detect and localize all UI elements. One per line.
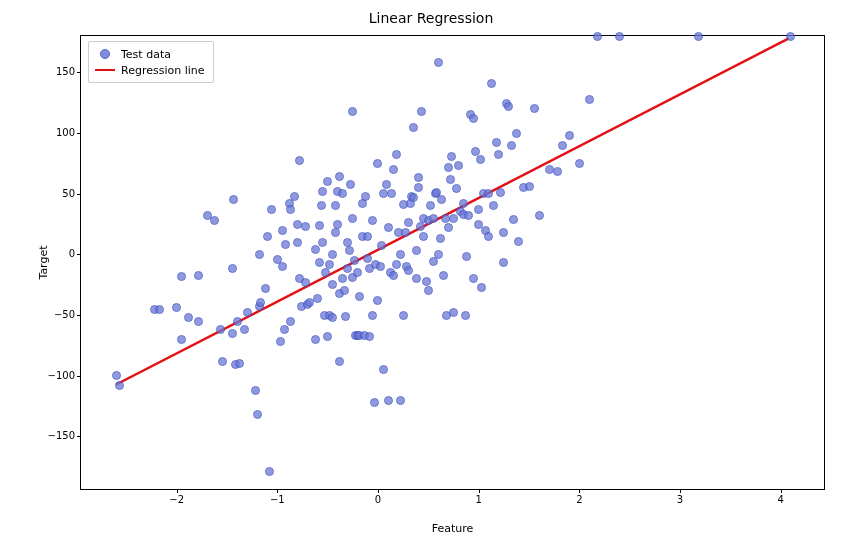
data-point (484, 189, 493, 198)
data-point (392, 260, 401, 269)
data-point (331, 201, 340, 210)
data-point (439, 271, 448, 280)
data-point (365, 332, 374, 341)
data-point (452, 184, 461, 193)
data-point (414, 183, 423, 192)
y-tick-label: 150 (56, 67, 75, 77)
data-point (575, 159, 584, 168)
data-point (504, 102, 513, 111)
data-point (243, 308, 252, 317)
data-point (331, 228, 340, 237)
y-tick-label: −150 (48, 431, 75, 441)
data-point (295, 156, 304, 165)
y-tick-label: 100 (56, 128, 75, 138)
data-point (514, 237, 523, 246)
data-point (265, 467, 274, 476)
data-point (345, 246, 354, 255)
data-point (338, 189, 347, 198)
data-point (474, 205, 483, 214)
data-point (593, 32, 602, 41)
legend: Test data Regression line (88, 41, 214, 83)
chart-title: Linear Regression (0, 10, 862, 26)
data-point (240, 325, 249, 334)
data-point (377, 241, 386, 250)
data-point (286, 205, 295, 214)
plot-area: Test data Regression line −2−101234−150−… (80, 35, 825, 490)
data-point (281, 240, 290, 249)
data-point (376, 262, 385, 271)
data-point (321, 268, 330, 277)
data-point (280, 325, 289, 334)
data-point (476, 155, 485, 164)
data-point (341, 312, 350, 321)
data-point (368, 216, 377, 225)
data-point (325, 260, 334, 269)
data-point (496, 188, 505, 197)
data-point (251, 386, 260, 395)
data-point (499, 258, 508, 267)
data-point (434, 58, 443, 67)
data-point (112, 371, 121, 380)
data-point (404, 266, 413, 275)
data-point (194, 317, 203, 326)
data-point (267, 205, 276, 214)
y-tick-label: 50 (62, 189, 75, 199)
data-point (401, 228, 410, 237)
data-point (301, 278, 310, 287)
y-axis-label: Target (37, 245, 50, 279)
data-point (323, 332, 332, 341)
data-point (340, 286, 349, 295)
x-tick-mark (680, 489, 681, 493)
data-point (509, 215, 518, 224)
data-point (492, 138, 501, 147)
data-point (565, 131, 574, 140)
data-point (464, 211, 473, 220)
data-point (535, 211, 544, 220)
x-tick-label: 2 (576, 495, 582, 505)
y-tick-label: 0 (69, 249, 75, 259)
data-point (446, 175, 455, 184)
data-point (229, 195, 238, 204)
data-point (228, 329, 237, 338)
data-point (484, 232, 493, 241)
data-point (115, 381, 124, 390)
y-tick-label: −100 (48, 371, 75, 381)
data-point (317, 201, 326, 210)
data-point (461, 311, 470, 320)
legend-entry-scatter: Test data (95, 46, 205, 62)
y-tick-mark (77, 133, 81, 134)
data-point (184, 313, 193, 322)
data-point (328, 280, 337, 289)
x-tick-mark (277, 489, 278, 493)
data-point (363, 232, 372, 241)
data-point (387, 189, 396, 198)
data-point (315, 258, 324, 267)
data-point (409, 123, 418, 132)
data-point (348, 107, 357, 116)
x-tick-mark (177, 489, 178, 493)
data-point (396, 250, 405, 259)
data-point (392, 150, 401, 159)
data-point (348, 214, 357, 223)
data-point (194, 271, 203, 280)
y-tick-mark (77, 436, 81, 437)
data-point (429, 214, 438, 223)
data-point (318, 187, 327, 196)
data-point (558, 141, 567, 150)
y-tick-label: −50 (54, 310, 75, 320)
data-point (414, 173, 423, 182)
data-point (462, 252, 471, 261)
data-point (436, 234, 445, 243)
data-point (404, 218, 413, 227)
x-tick-label: 3 (677, 495, 683, 505)
data-point (585, 95, 594, 104)
data-point (290, 192, 299, 201)
x-tick-label: 0 (375, 495, 381, 505)
data-point (311, 245, 320, 254)
legend-label-line: Regression line (121, 64, 205, 77)
data-point (323, 177, 332, 186)
data-point (318, 238, 327, 247)
data-point (172, 303, 181, 312)
data-point (412, 246, 421, 255)
data-point (216, 325, 225, 334)
